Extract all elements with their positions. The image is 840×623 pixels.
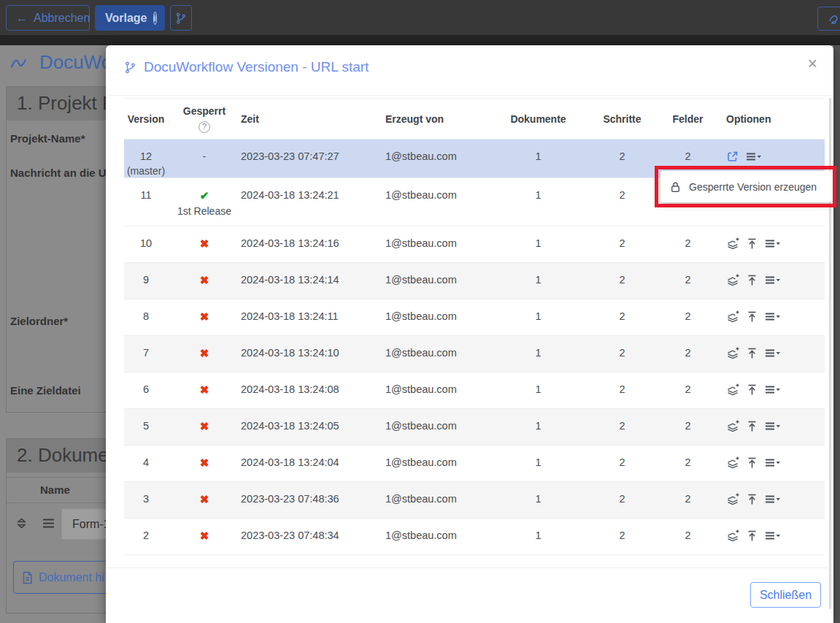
version-row-2[interactable]: 2✖2023-03-23 07:48:341@stbeau.com122 — [124, 519, 825, 555]
header-schritte: Schritte — [580, 99, 664, 139]
time-cell: 2023-03-23 07:48:34 — [241, 519, 379, 555]
close-button[interactable]: Schließen — [750, 582, 821, 608]
menu-icon[interactable] — [764, 310, 781, 323]
copy-version-icon[interactable] — [726, 310, 740, 323]
documents-cell: 1 — [496, 519, 580, 555]
created-by-cell: 1@stbeau.com — [379, 263, 496, 299]
restore-version-icon[interactable] — [747, 420, 758, 432]
drag-handle-icon[interactable] — [42, 519, 55, 528]
version-row-7[interactable]: 7✖2024-03-18 13:24:101@stbeau.com122 — [124, 336, 825, 372]
create-locked-version-menu-item[interactable]: Gesperrte Version erzeugen — [660, 171, 833, 202]
copy-version-icon[interactable] — [726, 493, 740, 505]
steps-cell: 2 — [580, 226, 664, 263]
copy-version-icon[interactable] — [726, 383, 740, 396]
fields-cell: 2 — [664, 482, 712, 519]
options-icons — [726, 383, 825, 396]
locked-cross-icon: ✖ — [200, 274, 209, 286]
locked-cell: ✖ — [168, 336, 241, 372]
steps-cell: 2 — [580, 372, 664, 409]
close-icon[interactable]: × — [808, 56, 817, 72]
partial-right-button[interactable]: V — [817, 7, 840, 31]
menu-icon[interactable] — [764, 347, 781, 359]
version-row-6[interactable]: 6✖2024-03-18 13:24:081@stbeau.com122 — [124, 372, 825, 409]
cancel-button-label: Abbrechen — [34, 12, 90, 25]
created-by-cell: 1@stbeau.com — [379, 299, 496, 336]
version-cell: 7 — [124, 336, 168, 372]
menu-icon[interactable] — [764, 420, 781, 432]
fields-cell: 2 — [664, 336, 712, 372]
versions-branch-button[interactable] — [170, 5, 192, 31]
version-row-9[interactable]: 9✖2024-03-18 13:24:141@stbeau.com122 — [124, 263, 825, 299]
create-locked-version-label: Gesperrte Version erzeugen — [689, 181, 817, 193]
help-icon[interactable]: ? — [199, 121, 210, 133]
locked-cell: ✖ — [168, 226, 241, 263]
version-row-10[interactable]: 10✖2024-03-18 13:24:161@stbeau.com122 — [124, 226, 825, 263]
version-cell: 12(master) — [124, 139, 168, 178]
options-cell — [712, 299, 825, 336]
steps-cell: 2 — [580, 446, 664, 482]
header-dokumente: Dokumente — [496, 99, 580, 139]
document-icon — [22, 571, 33, 584]
time-cell: 2024-03-18 13:24:05 — [241, 409, 379, 446]
menu-icon[interactable] — [764, 274, 781, 286]
steps-cell: 2 — [580, 299, 664, 336]
copy-version-icon[interactable] — [726, 420, 740, 432]
restore-version-icon[interactable] — [747, 530, 758, 542]
menu-icon[interactable] — [764, 493, 781, 505]
branch-icon — [175, 12, 187, 25]
restore-version-icon[interactable] — [747, 493, 758, 505]
copy-version-icon[interactable] — [726, 274, 740, 286]
target-folder-label: Zielordner* — [10, 315, 68, 327]
add-document-button-label: Dokument hi — [39, 571, 104, 584]
modal-title-text: DocuWorkflow Versionen - URL start — [144, 59, 369, 75]
copy-version-icon[interactable] — [726, 530, 740, 542]
sort-updown-icon[interactable] — [16, 517, 27, 530]
version-cell: 6 — [124, 372, 168, 409]
menu-icon[interactable] — [764, 383, 781, 396]
restore-version-icon[interactable] — [747, 310, 758, 323]
options-icons — [726, 237, 825, 250]
version-row-3[interactable]: 3✖2023-03-23 07:48:361@stbeau.com122 — [124, 482, 825, 519]
info-icon: i — [153, 12, 157, 25]
open-version-icon[interactable] — [726, 150, 739, 163]
documents-cell: 1 — [496, 178, 580, 226]
restore-version-icon[interactable] — [747, 274, 758, 286]
time-cell: 2024-03-18 13:24:08 — [241, 372, 379, 409]
fields-cell: 2 — [664, 519, 712, 555]
created-by-cell: 1@stbeau.com — [379, 409, 496, 446]
version-row-8[interactable]: 8✖2024-03-18 13:24:111@stbeau.com122 — [124, 299, 825, 336]
header-zeit: Zeit — [241, 99, 379, 139]
options-cell — [712, 263, 825, 299]
menu-icon[interactable] — [764, 530, 781, 542]
locked-cell: ✖ — [168, 299, 241, 336]
version-row-5[interactable]: 5✖2024-03-18 13:24:051@stbeau.com122 — [124, 409, 825, 446]
restore-version-icon[interactable] — [747, 237, 758, 250]
copy-version-icon[interactable] — [726, 347, 740, 359]
menu-icon[interactable] — [745, 150, 762, 163]
cancel-button[interactable]: ← Abbrechen — [6, 5, 90, 31]
version-number: 9 — [143, 274, 149, 286]
version-row-4[interactable]: 4✖2024-03-18 13:24:041@stbeau.com122 — [124, 446, 825, 482]
locked-cross-icon: ✖ — [200, 310, 209, 323]
steps-cell: 2 — [580, 482, 664, 519]
options-icons — [726, 456, 825, 469]
app-logo: DocuWo — [10, 51, 112, 74]
documents-cell: 1 — [496, 139, 580, 178]
locked-cross-icon: ✖ — [200, 456, 209, 469]
menu-icon[interactable] — [764, 237, 781, 250]
created-by-cell: 1@stbeau.com — [379, 482, 496, 519]
copy-version-icon[interactable] — [726, 456, 740, 469]
template-button[interactable]: Vorlage i — [95, 5, 165, 31]
restore-version-icon[interactable] — [747, 456, 758, 469]
created-by-cell: 1@stbeau.com — [379, 446, 496, 482]
back-arrow-icon: ← — [16, 12, 28, 25]
fields-cell: 2 — [664, 446, 712, 482]
locked-cell: - — [168, 139, 241, 178]
header-gesperrt-label: Gesperrt — [183, 105, 226, 118]
copy-version-icon[interactable] — [726, 237, 740, 250]
menu-icon[interactable] — [764, 456, 781, 469]
time-cell: 2024-03-18 13:24:14 — [241, 263, 379, 299]
restore-version-icon[interactable] — [747, 383, 758, 396]
restore-version-icon[interactable] — [747, 347, 758, 359]
steps-cell: 2 — [580, 336, 664, 372]
